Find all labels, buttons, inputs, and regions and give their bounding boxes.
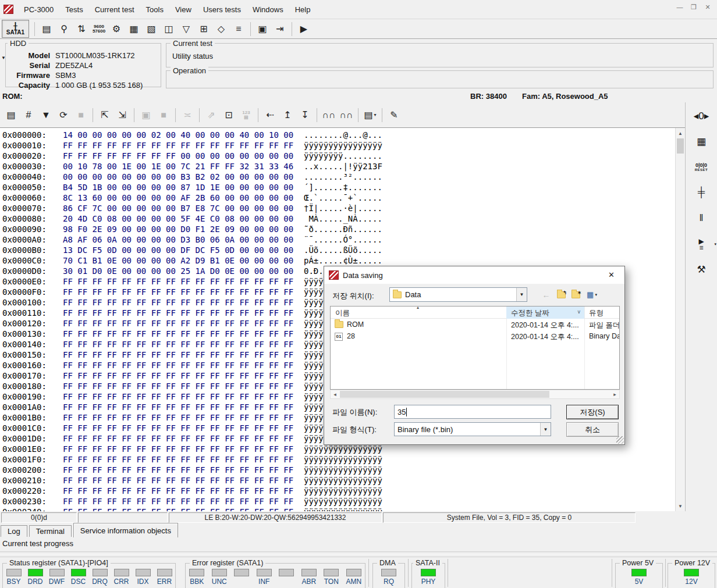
sata1-port-button[interactable]: ╂ SATA1 [2, 20, 29, 38]
close-icon[interactable]: ✕ [701, 1, 715, 13]
rom-chip-icon[interactable]: ▦ [125, 21, 143, 37]
hex-address: 0x0001E0: [2, 444, 63, 454]
up-one-level-button[interactable]: ↰ [555, 288, 568, 301]
tab-terminal[interactable]: Terminal [29, 525, 72, 537]
edit-mode-icon[interactable]: ✎ [385, 105, 403, 125]
new-folder-button[interactable]: ✶ [569, 288, 583, 301]
minimize-icon[interactable]: — [673, 1, 687, 13]
baud-rate-icon[interactable]: 960057600 [90, 21, 108, 37]
pause-icon[interactable]: ‖ [690, 209, 713, 227]
scroll-thumb[interactable] [677, 138, 684, 154]
scroll-thumb[interactable] [340, 391, 549, 398]
chevron-down-icon[interactable]: ▼ [516, 288, 527, 301]
menu-tools[interactable]: Tools [140, 2, 169, 16]
chevron-down-icon[interactable]: ▼ [540, 423, 551, 436]
menu-pc-3000[interactable]: PC-3000 [18, 2, 59, 16]
port-switch-icon[interactable]: ⇅ [73, 21, 90, 37]
dialog-title-bar[interactable]: Data saving ✕ [324, 266, 624, 284]
numbers-view-icon[interactable]: 123▤ [237, 105, 255, 125]
menu-tests[interactable]: Tests [59, 2, 88, 16]
hex-address: 0x000130: [2, 329, 63, 339]
solve-problem-icon[interactable]: ◇ [212, 21, 230, 37]
tab-service-information-objects[interactable]: Service information objects [73, 523, 178, 537]
column-name[interactable]: 이름 [335, 308, 350, 318]
merge-tasks-icon[interactable]: ▽ [178, 21, 195, 37]
write-block-icon[interactable]: ⊡ [220, 105, 237, 125]
tab-log[interactable]: Log [1, 525, 27, 537]
view-menu-button[interactable]: ▦ ▾ [584, 288, 600, 301]
window-controls: —❒✕ [673, 1, 715, 13]
ata-registers-zero-icon[interactable]: ◂0▸ [690, 107, 713, 124]
led-indicator [301, 569, 317, 576]
save-in-combobox[interactable]: Data ▼ [389, 287, 527, 302]
start-test-icon[interactable]: ▶ [295, 21, 313, 37]
hex-address: 0x000100: [2, 297, 63, 308]
stop-icon[interactable]: ■ [72, 105, 90, 125]
find-icon[interactable]: ∩∩ [320, 105, 338, 125]
pc3000-logo-icon [3, 5, 13, 14]
hex-address: 0x000220: [2, 486, 63, 496]
save-button[interactable]: 저장(S) [566, 405, 619, 419]
exit-icon[interactable]: ⇥ [271, 21, 289, 37]
database-export-icon[interactable]: ◫ [160, 21, 178, 37]
menu-help[interactable]: Help [289, 2, 317, 16]
led-indicator [6, 569, 22, 576]
scroll-left-icon[interactable]: ◂ [331, 390, 339, 398]
resize-grip[interactable] [616, 436, 624, 444]
paste-icon[interactable]: ■ [155, 105, 172, 125]
menu-current-test[interactable]: Current test [89, 2, 140, 16]
object-info-icon[interactable]: ▤▾ [361, 105, 379, 125]
cascade-windows-icon[interactable]: ▣ [254, 21, 271, 37]
file-row[interactable]: 01282020-01-14 오후 4:...Binary Dat [331, 331, 619, 343]
folder-up-icon: ↰ [557, 291, 566, 298]
load-from-file-icon[interactable]: ⇱ [96, 105, 113, 125]
export-page-icon[interactable]: ⇗ [203, 105, 220, 125]
menu-users-tests[interactable]: Users tests [197, 2, 247, 16]
back-button[interactable]: ← [539, 288, 553, 301]
column-type[interactable]: 유형 [589, 308, 604, 318]
utility-info-icon[interactable]: ▤ [38, 21, 55, 37]
filter-dropdown-icon[interactable]: ∨ [577, 309, 581, 315]
column-date[interactable]: 수정한 날짜 ∨ [506, 307, 584, 319]
hex-address: 0x000160: [2, 360, 63, 370]
page-down-icon[interactable]: ↧ [296, 105, 314, 125]
page-up-icon[interactable]: ↥ [279, 105, 296, 125]
drive-reset-icon[interactable]: 0|0|0RESET [690, 158, 713, 176]
file-name-input[interactable]: 35 [394, 405, 551, 419]
menu-windows[interactable]: Windows [247, 2, 289, 16]
reload-rom-icon[interactable]: ⟳ [55, 105, 72, 125]
save-to-file-icon[interactable]: ⇲ [113, 105, 131, 125]
settings-save-icon[interactable]: ⚙ [108, 21, 125, 37]
scroll-down-icon[interactable]: ▼ [676, 501, 685, 511]
page-back-icon[interactable]: ⇠ [261, 105, 279, 125]
compare-icon[interactable]: ≍ [179, 105, 196, 125]
file-list[interactable]: 이름 ▴ 수정한 날짜 ∨ 유형 ROM2020-01-14 오후 4:...파… [330, 306, 620, 390]
restore-icon[interactable]: ❒ [687, 1, 701, 13]
start-loader-icon[interactable]: ▶≡▾ [690, 235, 713, 252]
file-type-combobox[interactable]: Binary file (*.bin) ▼ [394, 422, 551, 436]
scroll-up-icon[interactable]: ▲ [676, 129, 685, 138]
goto-address-icon[interactable]: # [20, 105, 37, 125]
service-tools-icon[interactable]: ⚒ [690, 261, 713, 278]
led-indicator [324, 569, 339, 576]
hex-row: 0x0000A0:A8 AF 06 0A 00 00 00 00 D3 B0 0… [2, 234, 675, 245]
follow-list-icon[interactable]: ▼ [37, 105, 55, 125]
board-resources-icon[interactable]: ▧ [143, 21, 160, 37]
menu-view[interactable]: View [169, 2, 197, 16]
led-drq: DRQ [90, 569, 111, 586]
power-circuit-icon[interactable]: ╪ [690, 184, 713, 201]
report-list-icon[interactable]: ≡ [230, 21, 247, 37]
find-next-icon[interactable]: ∩∩ [338, 105, 355, 125]
cancel-button[interactable]: 취소 [566, 422, 619, 437]
hex-bytes: FF FF FF FF FF FF FF FF FF FF FF FF FF F… [63, 423, 304, 433]
pcb-card-icon[interactable]: ▦ [690, 133, 713, 150]
hex-scrollbar[interactable]: ▲ ▼ [675, 128, 685, 511]
search-lamp-icon[interactable]: ⚲ [55, 21, 73, 37]
rom-script-icon[interactable]: ▤ [2, 105, 20, 125]
close-icon[interactable]: ✕ [598, 266, 624, 283]
scroll-right-icon[interactable]: ▸ [610, 390, 619, 398]
table-view-icon[interactable]: ⊞ [195, 21, 212, 37]
copy-icon[interactable]: ▣ [137, 105, 155, 125]
horizontal-scrollbar[interactable]: ◂ ▸ [330, 390, 620, 399]
file-row[interactable]: ROM2020-01-14 오후 4:...파일 폴더 [331, 319, 619, 331]
